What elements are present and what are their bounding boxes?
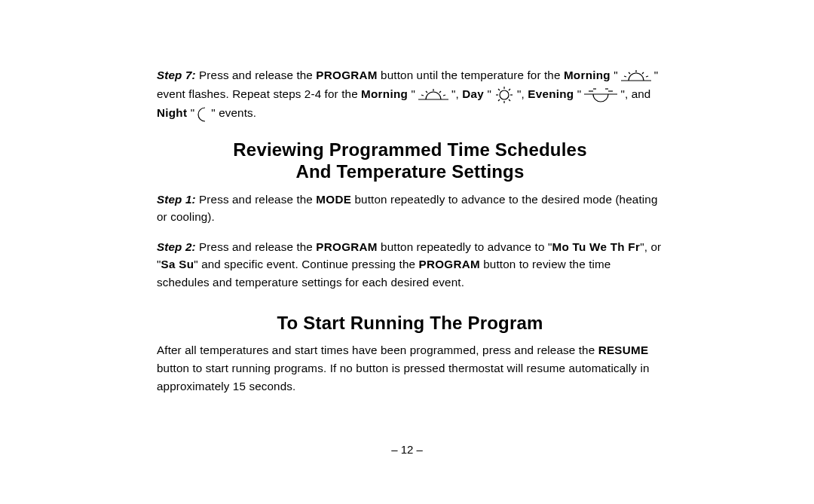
mode-button-ref: MODE [316, 193, 351, 206]
review-step1-paragraph: Step 1: Press and release the MODE butto… [157, 191, 663, 226]
svg-line-4 [624, 76, 626, 77]
morning-label-1: Morning [564, 69, 610, 81]
step7-label: Step 7: [157, 69, 196, 81]
step7-text-10: ", and [620, 87, 650, 100]
step7-text-1: Press and release the [196, 69, 317, 81]
program-button-ref-3: PROGRAM [418, 258, 479, 270]
heading-start-running: To Start Running The Program [157, 313, 663, 334]
program-button-ref: PROGRAM [316, 69, 377, 81]
night-label: Night [157, 106, 187, 119]
start-text-2: button to start running programs. If no … [157, 362, 650, 393]
heading1-line2: And Temperature Settings [295, 161, 524, 182]
step7-text-7: " [484, 87, 491, 100]
svg-line-17 [498, 89, 500, 90]
morning-label-2: Morning [361, 87, 408, 100]
start-text-1: After all temperatures and start times h… [157, 344, 598, 356]
step7-text-11: " [187, 106, 194, 119]
svg-point-12 [500, 90, 509, 99]
weekdays-label: Mo Tu We Th Fr [552, 240, 640, 253]
svg-line-20 [509, 99, 510, 101]
program-button-ref-2: PROGRAM [316, 240, 377, 253]
svg-line-18 [509, 89, 510, 90]
svg-line-19 [498, 99, 500, 101]
svg-line-8 [426, 91, 427, 93]
page-number: – 12 – [0, 443, 814, 456]
step7-text-6: ", [451, 87, 462, 100]
day-label: Day [462, 87, 484, 100]
sun-icon [493, 85, 516, 104]
review-step2-text-1: Press and release the [196, 240, 317, 253]
heading1-line1: Reviewing Programmed Time Schedules [233, 139, 586, 160]
review-step2-text-2: button repeatedly to advance to " [378, 240, 552, 253]
step7-text-8: ", [517, 87, 528, 100]
evening-label: Evening [528, 87, 574, 100]
step7-paragraph: Step 7: Press and release the PROGRAM bu… [157, 66, 663, 123]
sunrise-icon-2 [417, 86, 450, 104]
svg-line-9 [439, 91, 441, 93]
step7-text-5: " [408, 87, 415, 100]
svg-line-10 [421, 95, 424, 96]
resume-button-ref: RESUME [598, 344, 649, 356]
sunrise-icon [620, 67, 653, 85]
step7-text-9: " [574, 87, 581, 100]
step7-text-3: " [610, 69, 618, 81]
sunset-icon [583, 86, 619, 104]
svg-line-5 [646, 76, 648, 77]
svg-line-11 [443, 95, 445, 96]
review-step2-label: Step 2: [157, 240, 196, 253]
review-step1-label: Step 1: [157, 193, 196, 206]
svg-line-2 [629, 72, 630, 74]
step7-text-2: button until the temperature for the [378, 69, 564, 81]
weekend-label: Sa Su [161, 258, 194, 270]
document-content: Step 7: Press and release the PROGRAM bu… [157, 66, 663, 395]
svg-line-3 [642, 72, 644, 74]
review-step2-paragraph: Step 2: Press and release the PROGRAM bu… [157, 238, 663, 292]
heading-reviewing: Reviewing Programmed Time Schedules And … [157, 139, 663, 183]
start-paragraph: After all temperatures and start times h… [157, 341, 663, 395]
review-step1-text-1: Press and release the [196, 193, 317, 206]
review-step2-text-4: " and specific event. Continue pressing … [194, 258, 418, 270]
step7-text-12: " events. [211, 106, 256, 119]
moon-icon [196, 105, 210, 123]
